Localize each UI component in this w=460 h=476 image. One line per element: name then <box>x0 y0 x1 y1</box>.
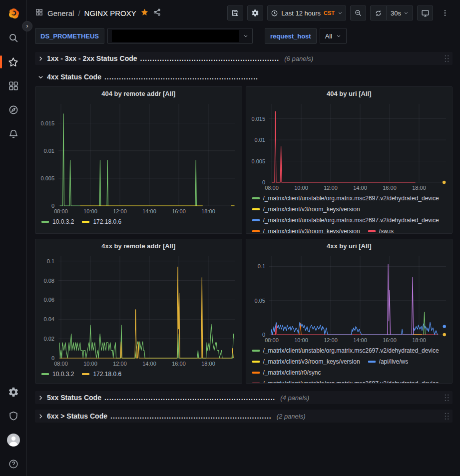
legend-swatch <box>252 208 260 210</box>
timezone-label: CST <box>324 10 335 16</box>
row-panel-count: (4 panels) <box>280 394 309 402</box>
legend-label: /sw.js <box>379 228 394 234</box>
time-series-chart[interactable]: 08:0010:0012:0014:0016:0018:0000.0050.01… <box>246 100 452 192</box>
svg-text:0.1: 0.1 <box>47 258 54 264</box>
cycle-view-mode-button[interactable] <box>417 5 433 20</box>
legend-item[interactable]: 172.18.0.6 <box>82 369 121 379</box>
row-title: 5xx Status Code <box>47 394 101 402</box>
legend-label: /_matrix/client/v3/room_keys/version <box>263 206 360 213</box>
legend-label: 172.18.0.6 <box>93 371 121 378</box>
search-icon[interactable] <box>6 31 20 45</box>
row-5xx[interactable]: 5xx Status Code ........................… <box>35 391 453 404</box>
breadcrumb-folder[interactable]: General <box>47 9 74 17</box>
legend-item[interactable]: /_matrix/client/r0/sync <box>252 368 321 377</box>
grafana-logo[interactable] <box>6 7 20 21</box>
svg-text:12:00: 12:00 <box>113 361 127 367</box>
svg-text:0: 0 <box>51 203 54 209</box>
legend-item[interactable]: /_matrix/client/unstable/org.matrix.msc2… <box>252 379 439 384</box>
svg-text:08:00: 08:00 <box>54 208 68 214</box>
legend-swatch <box>252 350 260 352</box>
row-drag-handle[interactable] <box>444 394 450 402</box>
dashboard-settings-button[interactable] <box>247 5 263 20</box>
svg-text:12:00: 12:00 <box>113 208 127 214</box>
dashboard-scroll-area[interactable]: 1xx - 3xx - 2xx Status Code ............… <box>27 49 460 476</box>
legend-item[interactable]: /api/live/ws <box>368 357 409 366</box>
favorite-star-icon[interactable] <box>140 8 149 18</box>
panel-title[interactable]: 4xx by uri [All] <box>246 239 453 252</box>
time-series-chart[interactable]: 08:0010:0012:0014:0016:0018:0000.020.040… <box>35 252 241 368</box>
row-4xx[interactable]: 4xx Status Code ........................… <box>35 70 453 83</box>
save-dashboard-button[interactable] <box>227 5 243 20</box>
user-avatar[interactable] <box>6 433 20 447</box>
more-options-kebab[interactable] <box>437 5 453 20</box>
legend-item[interactable]: 10.0.3.2 <box>41 217 74 226</box>
svg-text:0: 0 <box>262 332 265 338</box>
legend-label: 10.0.3.2 <box>52 218 74 225</box>
explore-compass-icon[interactable] <box>6 103 20 117</box>
legend-swatch <box>82 373 89 375</box>
server-admin-shield-icon[interactable] <box>6 409 20 423</box>
legend-item[interactable]: /_matrix/client/unstable/org.matrix.msc2… <box>252 193 439 203</box>
dashboard-navbar: General / NGINX PROXY <box>27 0 460 26</box>
variable-dropdown-ds-prometheus[interactable] <box>107 28 253 44</box>
legend-item[interactable]: /_matrix/client/unstable/org.matrix.msc2… <box>252 346 439 355</box>
svg-text:16:00: 16:00 <box>383 185 397 191</box>
redacted-value <box>112 30 239 42</box>
legend-swatch <box>41 373 49 375</box>
legend-item[interactable]: /_matrix/client/unstable/org.matrix.msc2… <box>252 215 439 225</box>
zoom-out-icon <box>354 9 362 17</box>
chevron-right-icon <box>38 55 44 61</box>
variable-dropdown-request-host[interactable]: All <box>320 28 347 44</box>
row-drag-handle[interactable] <box>444 54 450 62</box>
chevron-right-icon <box>38 395 44 401</box>
svg-text:16:00: 16:00 <box>172 361 186 367</box>
legend-label: 172.18.0.6 <box>93 218 121 225</box>
panel-title[interactable]: 404 by uri [All] <box>246 87 453 100</box>
svg-text:18:00: 18:00 <box>412 185 426 191</box>
row-drag-handle[interactable] <box>444 412 450 420</box>
legend-item[interactable]: 172.18.0.6 <box>82 217 121 226</box>
legend-item[interactable]: /_matrix/client/v3/room_keys/version <box>252 204 360 214</box>
legend-item[interactable]: /sw.js <box>368 226 394 234</box>
sidebar-expand-button[interactable]: › <box>22 21 32 31</box>
row-6xx[interactable]: 6xx > Status Code ......................… <box>35 410 453 423</box>
svg-text:0.015: 0.015 <box>251 116 265 122</box>
time-series-chart[interactable]: 08:0010:0012:0014:0016:0018:0000.050.1 <box>246 252 452 345</box>
svg-text:0.01: 0.01 <box>254 137 265 143</box>
variable-label-request-host: request_host <box>265 28 317 44</box>
time-range-picker[interactable]: Last 12 hours CST <box>267 5 346 20</box>
dashboard-title[interactable]: NGINX PROXY <box>84 9 136 17</box>
configuration-gear-icon[interactable] <box>6 385 20 399</box>
svg-text:16:00: 16:00 <box>172 208 186 214</box>
dashboards-icon[interactable] <box>6 79 20 93</box>
svg-text:0.1: 0.1 <box>257 263 265 269</box>
svg-text:08:00: 08:00 <box>54 361 68 367</box>
alerting-bell-icon[interactable] <box>6 127 20 141</box>
legend-item[interactable]: /_matrix/client/v3/room_keys/version <box>252 226 360 234</box>
legend-swatch <box>252 219 260 221</box>
row-1xx-3xx-2xx[interactable]: 1xx - 3xx - 2xx Status Code ............… <box>35 52 453 65</box>
share-icon[interactable] <box>153 8 161 18</box>
panel-legend: 10.0.3.2172.18.0.6 <box>35 368 242 381</box>
zoom-out-time-button[interactable] <box>350 5 366 20</box>
time-series-chart[interactable]: 08:0010:0012:0014:0016:0018:0000.0050.01… <box>35 100 241 216</box>
legend-item[interactable]: /_matrix/client/v3/room_keys/version <box>252 357 360 366</box>
sidebar: › <box>0 0 27 476</box>
legend-swatch <box>41 221 49 223</box>
panel-title[interactable]: 4xx by remote addr [All] <box>35 239 242 252</box>
refresh-button[interactable] <box>371 6 386 20</box>
row-panel-count: (6 panels) <box>284 55 313 62</box>
starred-dashboards-icon[interactable] <box>6 55 20 69</box>
panel-title[interactable]: 404 by remote addr [All] <box>35 87 242 100</box>
active-indicator <box>0 55 2 68</box>
refresh-interval-dropdown[interactable]: 30s <box>386 6 413 20</box>
breadcrumb-separator: / <box>78 9 80 17</box>
refresh-interval-value: 30s <box>391 9 401 17</box>
legend-label: 10.0.3.2 <box>52 371 74 378</box>
legend-item[interactable]: 10.0.3.2 <box>41 369 74 379</box>
variable-value: All <box>325 32 332 40</box>
svg-text:16:00: 16:00 <box>383 337 397 343</box>
legend-label: /_matrix/client/unstable/org.matrix.msc2… <box>263 217 439 224</box>
legend-label: /_matrix/client/unstable/org.matrix.msc2… <box>263 347 439 354</box>
help-icon[interactable] <box>6 457 20 471</box>
